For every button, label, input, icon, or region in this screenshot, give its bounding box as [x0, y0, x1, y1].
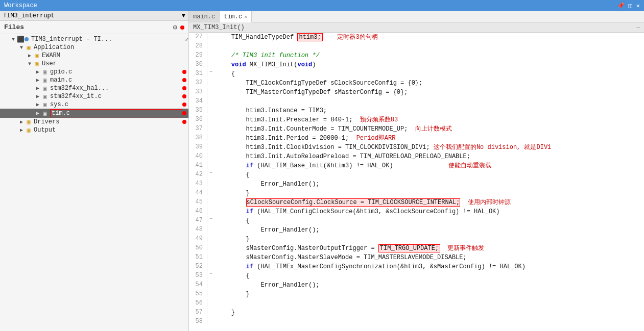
code-content: if (HAL_TIM_ConfigClockSource(&htim3, &s… — [214, 207, 644, 216]
expand-icon-app: ▼ — [18, 44, 25, 50]
code-row: 28 — [189, 42, 644, 51]
tree-label-gpio: gpio.c — [50, 68, 182, 75]
code-row: 29 /* TIM3 init function */ — [189, 51, 644, 60]
tab-timc[interactable]: tim.c ✕ — [220, 11, 252, 22]
tree-item-drivers[interactable]: ▶ ▣ Drivers — [0, 118, 188, 126]
it-dot — [182, 94, 186, 98]
expand-icon-gpio: ▶ — [35, 69, 41, 75]
file-tree: ▼ ⬛ TIM3_interrupt - TI... ✓ ▼ ▣ Applica… — [0, 34, 188, 331]
workspace-selector[interactable]: TIM3_interrupt ▼ — [0, 11, 188, 21]
line-number: 55 — [189, 290, 207, 297]
hal-dot — [182, 86, 186, 90]
tab-close-icon[interactable]: ✕ — [244, 14, 247, 20]
files-section: Files ⚙ ▼ ⬛ TIM3_interrupt - TI... ✓ — [0, 21, 188, 331]
folder-icon-ewarm: ▣ — [33, 53, 41, 59]
code-content: if (HAL_TIM_Base_Init(&htim3) != HAL_OK)… — [214, 161, 644, 170]
project-icon: ⬛ — [16, 36, 25, 42]
left-panel: TIM3_interrupt ▼ Files ⚙ ▼ ⬛ TIM3_interr… — [0, 11, 189, 331]
code-content — [214, 97, 644, 97]
code-row: 34 — [189, 97, 644, 106]
line-number: 35 — [189, 106, 207, 114]
folder-icon-app: ▣ — [25, 44, 33, 50]
code-content: } — [214, 235, 644, 244]
sysc-dot — [182, 103, 186, 107]
scroll-indicator: ─ — [636, 24, 640, 31]
workspace-dropdown-icon[interactable]: ▼ — [182, 12, 185, 19]
code-content: { — [214, 271, 644, 281]
tree-label-it: stm32f4xx_it.c — [50, 93, 182, 100]
tree-label-timc: tim.c — [50, 109, 182, 117]
code-content — [214, 299, 644, 299]
tree-label-application: Application — [34, 44, 188, 51]
code-content: if (HAL_TIMEx_MasterConfigSynchronizatio… — [214, 262, 644, 271]
code-content: /* TIM3 init function */ — [214, 51, 644, 60]
code-content: { — [214, 69, 644, 79]
code-content: { — [214, 216, 644, 225]
fold-icon[interactable]: − — [207, 216, 214, 222]
tree-item-sysc[interactable]: ▶ ▣ sys.c — [0, 100, 188, 109]
tree-item-application[interactable]: ▼ ▣ Application — [0, 43, 188, 52]
gear-icon[interactable]: ⚙ — [173, 23, 177, 32]
tab-mainc-label: main.c — [193, 13, 215, 20]
line-number: 45 — [189, 198, 207, 206]
tree-item-root[interactable]: ▼ ⬛ TIM3_interrupt - TI... ✓ — [0, 35, 188, 43]
folder-icon-user: ▣ — [33, 61, 41, 67]
tree-item-ewarm[interactable]: ▶ ▣ EWARM — [0, 52, 188, 60]
fold-icon[interactable]: − — [207, 170, 214, 176]
expand-icon-timc: ▶ — [35, 110, 41, 116]
code-content: TIM_HandleTypeDef htim3; 定时器3的句柄 — [214, 33, 644, 42]
code-row: 31− { — [189, 69, 644, 79]
fold-icon[interactable]: − — [207, 69, 214, 75]
fold-icon[interactable]: − — [207, 271, 214, 277]
tree-label-user: User — [42, 60, 188, 67]
code-content — [214, 317, 644, 318]
code-content: sMasterConfig.MasterSlaveMode = TIM_MAST… — [214, 253, 644, 262]
files-icons: ⚙ — [173, 23, 184, 32]
code-area[interactable]: 27 TIM_HandleTypeDef htim3; 定时器3的句柄2829 … — [189, 33, 644, 331]
expand-icon: ▼ — [10, 36, 16, 42]
line-number: 44 — [189, 189, 207, 196]
line-number: 48 — [189, 225, 207, 233]
code-row: 42− { — [189, 170, 644, 180]
code-row: 47− { — [189, 216, 644, 225]
function-bar: MX_TIM3_Init() ─ — [189, 22, 644, 33]
file-icon-sysc: ▣ — [41, 101, 49, 108]
tree-item-output[interactable]: ▶ ▣ Output — [0, 126, 188, 134]
tree-item-stm32hal[interactable]: ▶ ▣ stm32f4xx_hal... — [0, 84, 188, 92]
code-row: 44 } — [189, 189, 644, 198]
pin-icon[interactable]: 📌 — [617, 2, 625, 10]
line-number: 49 — [189, 235, 207, 242]
line-number: 37 — [189, 124, 207, 132]
file-icon-gpio: ▣ — [41, 69, 49, 75]
code-content: } — [214, 308, 644, 317]
tree-item-gpio[interactable]: ▶ ▣ gpio.c — [0, 68, 188, 76]
title-bar-text: Workspace — [4, 2, 37, 9]
close-icon[interactable]: ✕ — [636, 2, 640, 10]
expand-icon-it: ▶ — [35, 93, 41, 99]
file-icon-mainc: ▣ — [41, 77, 49, 83]
code-row: 38 htim3.Init.Period = 20000-1; Period即A… — [189, 134, 644, 143]
code-row: 55 } — [189, 290, 644, 299]
tab-mainc[interactable]: main.c — [189, 11, 220, 22]
tree-item-stm32it[interactable]: ▶ ▣ stm32f4xx_it.c — [0, 92, 188, 100]
line-number: 36 — [189, 115, 207, 123]
tree-item-timc[interactable]: ▶ ▣ tim.c — [0, 109, 188, 118]
code-content: Error_Handler(); — [214, 180, 644, 189]
expand-icon-hal: ▶ — [35, 85, 41, 91]
line-number: 46 — [189, 207, 207, 215]
tree-label-ewarm: EWARM — [42, 52, 188, 59]
tree-label-output: Output — [34, 126, 188, 134]
line-number: 43 — [189, 180, 207, 187]
tree-item-mainc[interactable]: ▶ ▣ main.c — [0, 76, 188, 84]
file-icon-hal: ▣ — [41, 85, 49, 91]
project-dot — [25, 37, 29, 41]
line-number: 38 — [189, 134, 207, 141]
timc-dot — [182, 111, 186, 115]
tab-timc-label: tim.c — [224, 13, 242, 20]
resize-icon[interactable]: ◫ — [629, 2, 632, 10]
code-content: htim3.Init.Period = 20000-1; Period即ARR — [214, 134, 644, 143]
tree-item-user[interactable]: ▼ ▣ User — [0, 60, 188, 68]
code-content: Error_Handler(); — [214, 225, 644, 235]
tree-label-drivers: Drivers — [34, 118, 182, 125]
line-number: 54 — [189, 281, 207, 288]
